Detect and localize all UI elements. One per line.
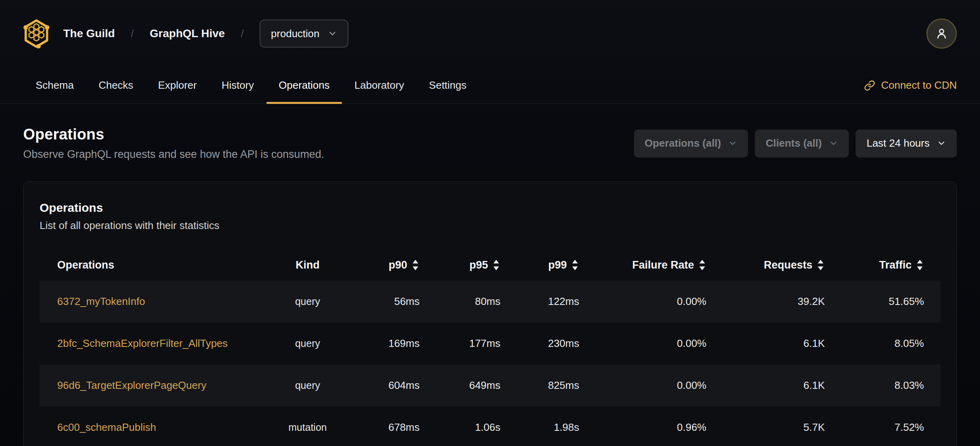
operation-link[interactable]: 6c00_schemaPublish	[57, 421, 156, 433]
column-header-failure-rate[interactable]: Failure Rate	[579, 259, 706, 271]
tab-operations[interactable]: Operations	[266, 67, 342, 104]
tab-explorer[interactable]: Explorer	[146, 67, 209, 104]
table-header-row: OperationsKindp90p95p99Failure RateReque…	[40, 249, 940, 281]
column-header-traffic[interactable]: Traffic	[825, 259, 940, 271]
column-header-label: p99	[548, 259, 567, 271]
nav-spacer	[479, 67, 864, 104]
link-icon	[864, 80, 875, 91]
column-header-label: p95	[469, 259, 488, 271]
column-header-label: Failure Rate	[632, 259, 694, 271]
p99-cell: 825ms	[500, 379, 579, 392]
tab-checks[interactable]: Checks	[86, 67, 146, 104]
breadcrumb: The Guild / GraphQL Hive / production	[23, 19, 348, 48]
chevron-down-icon	[829, 139, 838, 148]
p95-cell: 177ms	[420, 337, 500, 350]
p90-cell: 604ms	[368, 379, 420, 392]
topbar: The Guild / GraphQL Hive / production	[0, 0, 980, 67]
operations-table: OperationsKindp90p95p99Failure RateReque…	[40, 249, 940, 446]
failure-rate-cell: 0.00%	[579, 295, 706, 308]
operation-link[interactable]: 6372_myTokenInfo	[57, 295, 145, 307]
traffic-cell: 8.05%	[825, 337, 940, 350]
column-header-label: p90	[388, 259, 407, 271]
caret-sort-icon[interactable]	[492, 259, 500, 271]
caret-sort-icon[interactable]	[816, 259, 825, 271]
card-subtitle: List of all operations with their statis…	[40, 219, 940, 232]
requests-cell: 39.2K	[706, 295, 825, 308]
breadcrumb-separator: /	[131, 28, 134, 40]
caret-sort-icon[interactable]	[411, 259, 420, 271]
connect-to-cdn-label: Connect to CDN	[881, 79, 957, 92]
user-icon	[934, 26, 949, 41]
kind-cell: query	[248, 296, 368, 307]
breadcrumb-org[interactable]: The Guild	[63, 27, 115, 40]
tab-history[interactable]: History	[209, 67, 266, 104]
p95-cell: 80ms	[420, 295, 500, 308]
filter-dropdown-operations-all[interactable]: Operations (all)	[634, 129, 748, 157]
page-title: Operations	[23, 126, 324, 143]
target-selector-dropdown[interactable]: production	[260, 20, 348, 48]
table-body: 6372_myTokenInfoquery56ms80ms122ms0.00%3…	[40, 281, 940, 446]
caret-sort-icon[interactable]	[916, 259, 924, 271]
kind-cell: mutation	[248, 422, 368, 433]
p99-cell: 122ms	[500, 295, 579, 308]
column-header-p99[interactable]: p99	[500, 259, 579, 271]
column-header-label: Traffic	[879, 259, 912, 271]
column-header-kind: Kind	[248, 259, 368, 271]
column-header-operations: Operations	[40, 259, 248, 271]
main-content: Operations Observe GraphQL requests and …	[0, 126, 980, 446]
caret-sort-icon[interactable]	[698, 259, 706, 271]
tab-schema[interactable]: Schema	[23, 67, 86, 104]
target-selector-value: production	[271, 28, 319, 40]
table-row: 6c00_schemaPublishmutation678ms1.06s1.98…	[40, 406, 940, 446]
operation-cell: 2bfc_SchemaExplorerFilter_AllTypes	[40, 337, 248, 350]
requests-cell: 6.1K	[706, 337, 825, 350]
table-row: 6372_myTokenInfoquery56ms80ms122ms0.00%3…	[40, 281, 940, 323]
user-avatar-button[interactable]	[926, 18, 957, 49]
column-header-p95[interactable]: p95	[420, 259, 500, 271]
p99-cell: 230ms	[500, 337, 579, 350]
hive-logo-icon[interactable]	[23, 19, 50, 48]
failure-rate-cell: 0.00%	[579, 379, 706, 392]
failure-rate-cell: 0.96%	[579, 421, 706, 434]
target-nav: SchemaChecksExplorerHistoryOperationsLab…	[0, 67, 980, 104]
operation-cell: 96d6_TargetExplorerPageQuery	[40, 379, 248, 392]
filter-label: Clients (all)	[766, 137, 822, 149]
p90-cell: 56ms	[368, 295, 420, 308]
column-header-label: Requests	[764, 259, 812, 271]
caret-sort-icon[interactable]	[571, 259, 579, 271]
connect-to-cdn-link[interactable]: Connect to CDN	[864, 67, 957, 104]
p99-cell: 1.98s	[500, 421, 579, 434]
column-header-p90[interactable]: p90	[368, 259, 420, 271]
operation-link[interactable]: 2bfc_SchemaExplorerFilter_AllTypes	[57, 337, 228, 349]
p90-cell: 169ms	[368, 337, 420, 350]
operation-cell: 6c00_schemaPublish	[40, 421, 248, 434]
filter-label: Operations (all)	[645, 137, 721, 149]
filter-dropdown-clients-all[interactable]: Clients (all)	[755, 129, 849, 157]
traffic-cell: 7.52%	[825, 421, 940, 434]
chevron-down-icon	[937, 139, 946, 148]
operations-card: Operations List of all operations with t…	[23, 181, 957, 446]
table-row: 96d6_TargetExplorerPageQueryquery604ms64…	[40, 364, 940, 406]
breadcrumb-product[interactable]: GraphQL Hive	[150, 27, 225, 40]
column-header-requests[interactable]: Requests	[706, 259, 825, 271]
operation-link[interactable]: 96d6_TargetExplorerPageQuery	[57, 379, 206, 391]
kind-cell: query	[248, 380, 368, 391]
tab-settings[interactable]: Settings	[416, 67, 479, 104]
p95-cell: 649ms	[420, 379, 500, 392]
traffic-cell: 51.65%	[825, 295, 940, 308]
failure-rate-cell: 0.00%	[579, 337, 706, 350]
page-header-titles: Operations Observe GraphQL requests and …	[23, 126, 324, 161]
card-title: Operations	[40, 201, 940, 215]
kind-cell: query	[248, 338, 368, 349]
nav-tabs: SchemaChecksExplorerHistoryOperationsLab…	[23, 67, 479, 104]
tab-laboratory[interactable]: Laboratory	[342, 67, 416, 104]
operation-cell: 6372_myTokenInfo	[40, 295, 248, 308]
table-row: 2bfc_SchemaExplorerFilter_AllTypesquery1…	[40, 323, 940, 364]
traffic-cell: 8.03%	[825, 379, 940, 392]
page-subtitle: Observe GraphQL requests and see how the…	[23, 148, 324, 161]
filter-dropdown-last-24-hours[interactable]: Last 24 hours	[856, 129, 957, 157]
column-header-label: Operations	[57, 259, 114, 271]
chevron-down-icon	[728, 139, 737, 148]
breadcrumb-separator: /	[241, 28, 244, 40]
filter-label: Last 24 hours	[866, 137, 930, 149]
